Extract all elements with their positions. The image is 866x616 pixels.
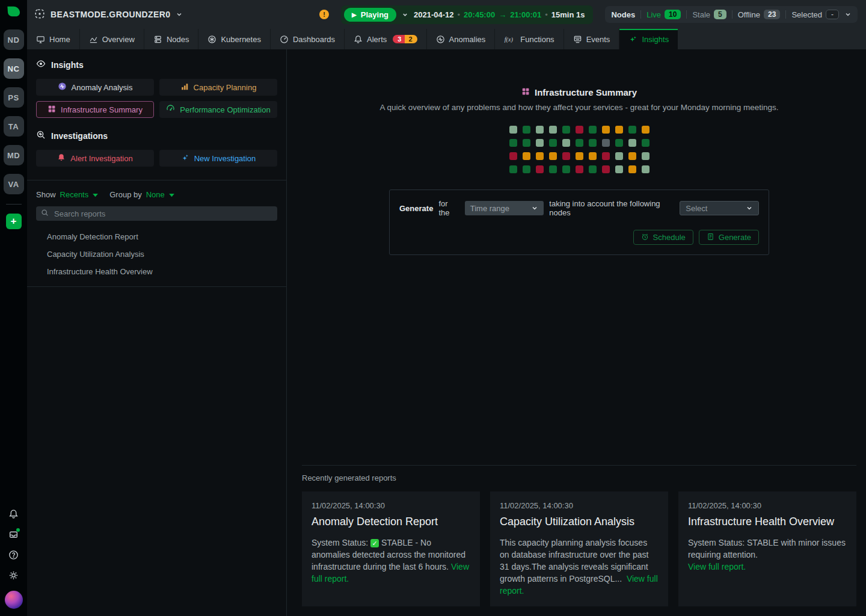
status-cell-red[interactable] [602,165,610,173]
nodes-live-filter[interactable]: Live 10 [646,10,681,19]
nodes-select[interactable]: Select [680,201,759,215]
tab-nodes[interactable]: Nodes [144,29,199,49]
search-input[interactable] [53,209,272,219]
tab-events[interactable]: Events [564,29,620,49]
nodes-selected-filter[interactable]: Selected - [791,10,839,19]
report-list-item[interactable]: Capacity Utilization Analysis [36,245,277,263]
tab-kubernetes[interactable]: Kubernetes [198,29,271,49]
status-cell-green[interactable] [523,139,530,147]
status-cell-green[interactable] [549,165,557,173]
performance-optimization-button[interactable]: Performance Optimization [159,101,277,118]
space-selector[interactable]: BEASTMODE.GROUNDZER0 [34,8,183,21]
user-avatar[interactable] [5,591,23,609]
workspace-item-ta[interactable]: TA [4,116,24,137]
status-cell-orange[interactable] [602,126,610,134]
status-cell-orange[interactable] [536,152,544,160]
help-icon[interactable] [8,550,19,560]
status-cell-green[interactable] [562,126,570,134]
show-select[interactable]: Recents [60,190,99,199]
status-cell-orange[interactable] [628,152,636,160]
status-cell-green[interactable] [549,139,557,147]
status-cell-orange[interactable] [523,152,530,160]
tab-overview[interactable]: Overview [80,29,144,49]
status-cell-green[interactable] [523,165,530,173]
status-cell-sage[interactable] [615,165,623,173]
status-cell-red[interactable] [562,152,570,160]
netdata-logo-icon[interactable] [6,4,22,20]
workspace-item-md[interactable]: MD [4,145,24,165]
tab-insights[interactable]: Insights [619,29,678,49]
notifications-bell-icon[interactable] [8,509,19,519]
capacity-planning-button[interactable]: Capacity Planning [159,79,277,96]
status-cell-green[interactable] [589,165,597,173]
status-cell-green[interactable] [509,165,517,173]
status-cell-sage[interactable] [642,152,650,160]
add-workspace-button[interactable]: + [6,214,22,229]
status-cell-sage[interactable] [549,126,557,134]
status-cell-orange[interactable] [628,165,636,173]
status-cell-red[interactable] [536,165,544,173]
status-cell-green[interactable] [576,139,583,147]
status-cell-orange[interactable] [549,152,557,160]
status-cell-orange[interactable] [589,152,597,160]
status-cell-green[interactable] [642,139,650,147]
status-cell-sage[interactable] [536,139,544,147]
status-cell-sage[interactable] [628,139,636,147]
time-range-picker[interactable]: ▶ Playing 2021-04-12 • 20:45:00 → 21:00:… [341,5,593,24]
status-cell-red[interactable] [602,152,610,160]
status-cell-orange[interactable] [576,152,583,160]
status-cell-sage[interactable] [642,165,650,173]
new-investigation-button[interactable]: New Investigation [159,150,277,167]
status-cell-green[interactable] [523,126,530,134]
status-cell-orange[interactable] [642,126,650,134]
workspace-item-va[interactable]: VA [4,174,24,194]
workspace-item-nd[interactable]: ND [4,29,24,50]
status-cell-green[interactable] [628,126,636,134]
report-list-item[interactable]: Infrastructure Health Overview [36,263,277,280]
status-cell-orange[interactable] [615,126,623,134]
status-cell-green[interactable] [509,139,517,147]
nodes-offline-filter[interactable]: Offline 23 [738,10,781,19]
status-cell-gray[interactable] [602,139,610,147]
report-list-item[interactable]: Anomaly Detection Report [36,228,277,245]
workspace-item-nc[interactable]: NC [4,58,24,79]
report-body-text: System Status: ✓ STABLE - No anomalies d… [312,538,465,571]
play-button[interactable]: ▶ Playing [344,8,396,22]
workspace-item-ps[interactable]: PS [4,87,24,108]
anomaly-analysis-button[interactable]: Anomaly Analysis [36,79,154,96]
status-cell-sage[interactable] [509,126,517,134]
report-card[interactable]: 11/02/2025, 14:00:30 Anomaly Detection R… [302,491,480,606]
alert-investigation-button[interactable]: Alert Investigation [36,150,154,167]
time-range-select[interactable]: Time range [465,201,544,215]
warning-icon[interactable]: ! [319,10,329,19]
report-card[interactable]: 11/02/2025, 14:00:30 Infrastructure Heal… [678,491,856,606]
tab-functions[interactable]: f(x) Functions [495,29,564,49]
status-cell-red[interactable] [576,126,583,134]
status-cell-sage[interactable] [562,139,570,147]
generate-button[interactable]: Generate [699,230,759,245]
tab-home[interactable]: Home [27,29,80,49]
report-card[interactable]: 11/02/2025, 14:00:30 Capacity Utilizatio… [490,491,668,606]
tab-dashboards[interactable]: Dashboards [271,29,345,49]
tab-anomalies[interactable]: Anomalies [427,29,496,49]
tab-alerts[interactable]: Alerts 3 2 [345,29,426,49]
nodes-stale-filter[interactable]: Stale 5 [692,10,726,19]
report-title: Anomaly Detection Report [312,516,470,528]
status-cell-red[interactable] [576,165,583,173]
status-cell-red[interactable] [509,152,517,160]
news-inbox-icon[interactable] [8,529,19,540]
body-layout: Insights Anomaly Analysis Capacity Plann… [27,49,866,616]
play-chevron-icon[interactable] [402,11,408,18]
infrastructure-summary-button[interactable]: Infrastructure Summary [36,101,154,118]
status-cell-green[interactable] [562,165,570,173]
view-full-report-link[interactable]: View full report. [688,561,847,573]
status-cell-green[interactable] [615,139,623,147]
status-cell-green[interactable] [589,139,597,147]
status-cell-sage[interactable] [536,126,544,134]
status-cell-green[interactable] [589,126,597,134]
nodes-chevron-icon[interactable] [844,11,852,18]
group-by-select[interactable]: None [146,190,174,199]
status-cell-sage[interactable] [615,152,623,160]
settings-gear-icon[interactable] [8,570,19,581]
schedule-button[interactable]: Schedule [633,230,693,245]
